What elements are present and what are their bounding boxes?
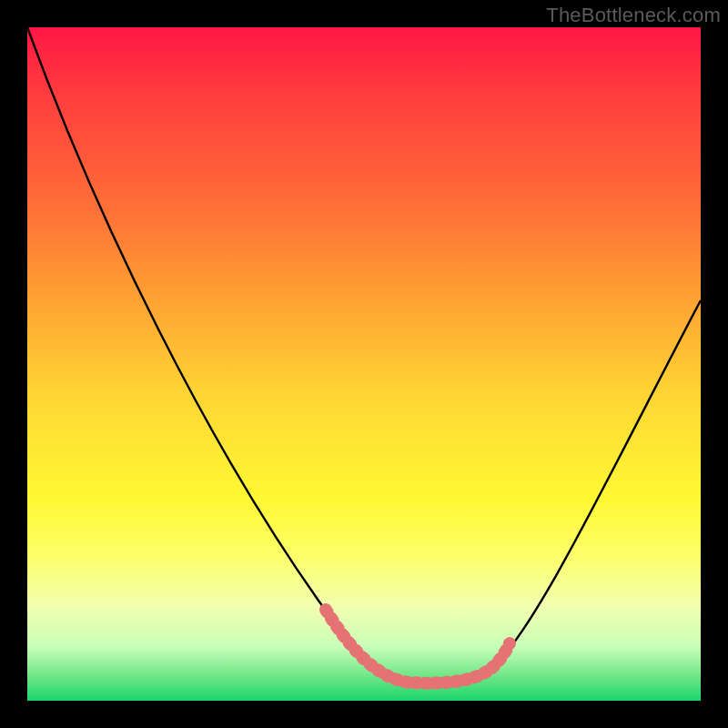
- sweet-spot-highlight: [326, 610, 510, 683]
- chart-svg: [27, 27, 701, 701]
- bottleneck-curve: [27, 27, 701, 683]
- watermark: TheBottleneck.com: [546, 4, 721, 27]
- plot-area: [27, 27, 701, 701]
